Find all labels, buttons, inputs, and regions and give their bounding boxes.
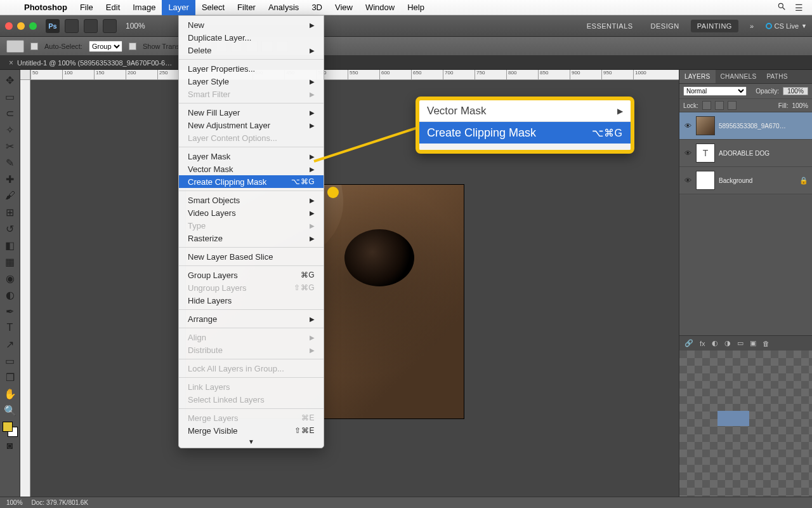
move-tool-icon[interactable]	[6, 40, 24, 53]
status-doc-size[interactable]: Doc: 379.7K/801.6K	[32, 499, 89, 506]
visibility-icon[interactable]: 👁	[683, 122, 692, 130]
status-zoom[interactable]: 100%	[6, 499, 23, 506]
stamp-tool-icon[interactable]: ⊞	[2, 204, 18, 220]
menu-file[interactable]: File	[74, 0, 100, 15]
menu-item[interactable]: Delete▶	[179, 44, 324, 57]
menu-list-icon[interactable]: ☰	[795, 3, 803, 13]
menu-view[interactable]: View	[329, 0, 359, 15]
fill-value[interactable]: 100%	[792, 102, 808, 109]
lasso-tool-icon[interactable]: ⊂	[2, 105, 18, 121]
auto-select-checkbox[interactable]	[30, 43, 38, 50]
menu-layer[interactable]: Layer	[162, 0, 195, 15]
bridge-button[interactable]	[65, 19, 79, 33]
lock-position-icon[interactable]	[715, 101, 724, 110]
brush-tool-icon[interactable]: 🖌	[2, 188, 18, 203]
menu-item[interactable]: Hide Layers	[179, 294, 324, 307]
trash-icon[interactable]: 🗑	[763, 340, 769, 347]
workspace-essentials[interactable]: ESSENTIALS	[580, 20, 639, 32]
color-swatch[interactable]	[3, 422, 18, 437]
zoom-window-icon[interactable]	[29, 22, 37, 30]
menu-item[interactable]: Layer Style▶	[179, 75, 324, 88]
move-tool-icon[interactable]: ✥	[2, 72, 18, 88]
menu-select[interactable]: Select	[195, 0, 231, 15]
crop-tool-icon[interactable]: ✂	[2, 138, 18, 154]
tab-channels[interactable]: CHANNELS	[716, 70, 762, 83]
auto-select-dropdown[interactable]: Group	[89, 41, 122, 52]
show-transform-checkbox[interactable]	[129, 43, 136, 50]
cs-live-button[interactable]: CS Live▼	[766, 22, 807, 30]
menu-filter[interactable]: Filter	[231, 0, 262, 15]
app-name[interactable]: Photoshop	[18, 0, 74, 15]
tab-layers[interactable]: LAYERS	[679, 70, 716, 83]
menu-help[interactable]: Help	[401, 0, 431, 15]
menu-item[interactable]: Smart Objects▶	[179, 194, 324, 206]
layer-name[interactable]: ADORABLE DOG	[719, 150, 808, 157]
eraser-tool-icon[interactable]: ◧	[2, 237, 18, 253]
menu-item[interactable]: Group Layers⌘G	[179, 269, 324, 281]
menu-item[interactable]: Rasterize▶	[179, 232, 324, 244]
menu-image[interactable]: Image	[126, 0, 162, 15]
tab-paths[interactable]: PATHS	[761, 70, 792, 83]
group-icon[interactable]: ▭	[737, 339, 743, 347]
menu-edit[interactable]: Edit	[100, 0, 126, 15]
shape-tool-icon[interactable]: ▭	[2, 353, 18, 368]
workspace-design[interactable]: DESIGN	[645, 20, 686, 32]
mask-icon[interactable]: ◐	[712, 339, 718, 347]
fx-icon[interactable]: fx	[700, 340, 705, 347]
3d-tool-icon[interactable]: ❒	[2, 370, 18, 385]
spotlight-icon[interactable]	[777, 2, 786, 13]
history-brush-tool-icon[interactable]: ↺	[2, 221, 18, 236]
opacity-value[interactable]: 100%	[783, 87, 808, 95]
visibility-icon[interactable]: 👁	[683, 149, 692, 157]
menu-item[interactable]: Merge Visible⇧⌘E	[179, 424, 324, 437]
marquee-tool-icon[interactable]: ▭	[2, 89, 18, 104]
new-layer-icon[interactable]: ▣	[750, 339, 756, 347]
layer-row[interactable]: 👁 T ADORABLE DOG	[679, 140, 812, 167]
close-window-icon[interactable]	[5, 22, 13, 30]
close-tab-icon[interactable]: ×	[9, 58, 13, 67]
blur-tool-icon[interactable]: ◉	[2, 271, 18, 286]
link-layers-icon[interactable]: 🔗	[684, 339, 693, 347]
layer-thumbnail[interactable]	[696, 116, 715, 135]
healing-tool-icon[interactable]: ✚	[2, 171, 18, 187]
menu-analysis[interactable]: Analysis	[262, 0, 305, 15]
menu-item[interactable]: New Layer Based Slice	[179, 250, 324, 263]
menu-item[interactable]: Layer Mask▶	[179, 150, 324, 163]
layer-name[interactable]: 58956353308_9A670…	[719, 123, 808, 130]
layer-thumbnail[interactable]: T	[696, 144, 715, 163]
menu-item[interactable]: New▶	[179, 18, 324, 31]
layer-row[interactable]: 👁 58956353308_9A670…	[679, 112, 812, 140]
menu-window[interactable]: Window	[359, 0, 401, 15]
path-tool-icon[interactable]: ↗	[2, 337, 18, 352]
menu-item[interactable]: Arrange▶	[179, 312, 324, 325]
document-tab[interactable]: × Untitled-1 @ 100% (58956353308_9A670F0…	[0, 56, 812, 70]
eyedropper-tool-icon[interactable]: ✎	[2, 155, 18, 170]
minibridge-button[interactable]	[84, 19, 98, 33]
dodge-tool-icon[interactable]: ◐	[2, 287, 18, 302]
layer-thumbnail[interactable]	[696, 171, 715, 190]
menu-item[interactable]: Vector Mask▶	[179, 163, 324, 175]
menu-item[interactable]: New Fill Layer▶	[179, 106, 324, 119]
wand-tool-icon[interactable]: ✧	[2, 122, 18, 137]
menu-item[interactable]: New Adjustment Layer▶	[179, 119, 324, 131]
visibility-icon[interactable]: 👁	[683, 177, 692, 184]
menu-3d[interactable]: 3D	[305, 0, 329, 15]
workspace-painting[interactable]: PAINTING	[691, 20, 738, 32]
quickmask-icon[interactable]: ◙	[2, 438, 18, 453]
adjustment-icon[interactable]: ◑	[724, 339, 731, 347]
menu-item[interactable]: Layer Properties...	[179, 62, 324, 75]
blend-mode-dropdown[interactable]: Normal	[683, 86, 747, 96]
gradient-tool-icon[interactable]: ▦	[2, 254, 18, 269]
lock-pixels-icon[interactable]	[702, 101, 711, 110]
zoom-level[interactable]: 100%	[126, 22, 145, 30]
zoom-tool-icon[interactable]: 🔍	[2, 403, 18, 418]
screen-mode-button[interactable]	[103, 19, 117, 33]
menu-item[interactable]: Video Layers▶	[179, 206, 324, 219]
menu-item[interactable]: Create Clipping Mask⌥⌘G	[179, 175, 324, 188]
type-tool-icon[interactable]: T	[2, 320, 18, 335]
menu-item[interactable]: Duplicate Layer...	[179, 31, 324, 44]
workspace-more-icon[interactable]: »	[743, 20, 761, 32]
minimize-window-icon[interactable]	[17, 22, 25, 30]
lock-all-icon[interactable]	[728, 101, 737, 110]
layer-name[interactable]: Background	[719, 177, 796, 184]
